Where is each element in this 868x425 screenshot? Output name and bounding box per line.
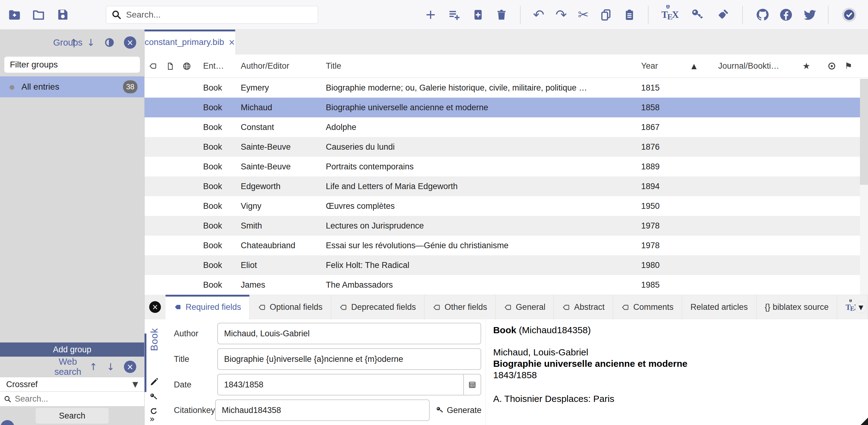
new-entry-plus-icon[interactable] — [425, 9, 437, 21]
tab-related-articles[interactable]: Related articles — [682, 295, 756, 319]
search-icon — [111, 9, 122, 20]
close-groups-icon[interactable]: × — [124, 36, 136, 48]
close-web-search-icon[interactable]: × — [124, 361, 136, 373]
preview-publisher: A. Thoisnier Desplaces: Paris — [493, 393, 868, 404]
jabref-window: { "toolbar": { "search_placeholder": "Se… — [0, 0, 868, 425]
table-row[interactable]: BookVignyŒuvres complètes1950 — [145, 196, 868, 216]
title-field[interactable] — [218, 355, 480, 364]
tab-biblatex-source[interactable]: {} biblatex source — [756, 295, 837, 319]
new-library-icon[interactable] — [8, 8, 21, 21]
cleanup-broom-icon[interactable] — [716, 8, 729, 21]
calendar-icon[interactable] — [463, 374, 480, 395]
groups-empty-area — [0, 97, 144, 342]
search-input[interactable] — [126, 10, 313, 20]
generate-citationkey-icon[interactable] — [691, 8, 704, 21]
entry-preview: Book (Michaud184358) Michaud, Louis-Gabr… — [486, 319, 868, 425]
fetcher-select[interactable]: Crossref ▼ — [0, 377, 144, 392]
field-row-citationkey: Citationkey Generate — [174, 399, 481, 421]
editor-form: Author Title Date — [165, 319, 486, 425]
entry-table-header[interactable]: Ent… Author/Editor Title Year ▲ Journal/… — [145, 55, 868, 78]
push-to-latex-icon[interactable]: TEX — [661, 9, 679, 20]
new-entry-from-list-icon[interactable] — [448, 8, 461, 21]
web-search-title: Web search — [46, 357, 89, 377]
column-entrytype[interactable]: Ent… — [195, 61, 233, 71]
tab-abstract[interactable]: Abstract — [554, 295, 613, 319]
generate-citationkey-button[interactable]: Generate — [436, 405, 482, 415]
priority-flag-icon[interactable]: ⚑ — [844, 62, 860, 70]
check-circle-icon[interactable] — [843, 9, 855, 21]
twitter-icon[interactable] — [803, 8, 817, 22]
github-icon[interactable] — [756, 8, 769, 22]
filter-groups-input[interactable] — [10, 60, 134, 70]
open-library-icon[interactable] — [32, 8, 45, 21]
file-column-icon[interactable] — [162, 62, 179, 70]
table-row[interactable]: BookEliotFelix Holt: The Radical1980 — [145, 255, 868, 275]
tab-overflow-icon[interactable]: ▼ — [855, 301, 867, 313]
undo-icon[interactable]: ↶ — [533, 8, 544, 22]
expand-chevrons-icon[interactable]: » — [150, 415, 155, 423]
url-globe-column-icon[interactable] — [179, 62, 195, 70]
column-title[interactable]: Title — [320, 61, 634, 71]
plug-icon — [665, 4, 671, 10]
tab-deprecated-fields[interactable]: Deprecated fields — [331, 295, 425, 319]
web-search-input[interactable] — [15, 394, 141, 404]
table-row[interactable]: BookEdgeworthLife and Letters of Maria E… — [145, 176, 868, 196]
linked-tag-column-icon[interactable] — [145, 62, 162, 70]
add-group-button[interactable]: Add group — [0, 342, 144, 357]
field-row-author: Author — [174, 323, 481, 344]
table-row[interactable]: BookJamesThe Ambassadors1985 — [145, 275, 868, 295]
entrytype-label: Book — [149, 328, 160, 351]
resize-grip[interactable] — [861, 418, 868, 425]
table-row[interactable]: BookEymeryBiographie moderne; ou, Galeri… — [145, 78, 868, 98]
delete-entry-icon[interactable] — [495, 9, 508, 21]
tab-required-fields[interactable]: Required fields — [165, 295, 250, 319]
table-scrollbar[interactable] — [860, 79, 868, 296]
move-up-icon[interactable]: ↑ — [89, 362, 97, 372]
scrollbar-thumb[interactable] — [860, 79, 868, 185]
table-row[interactable]: BookSmithLectures on Jurisprudence1978 — [145, 216, 868, 236]
copy-icon[interactable] — [600, 9, 612, 21]
table-row[interactable]: BookConstantAdolphe1867 — [145, 117, 868, 137]
ranking-star-icon[interactable]: ★ — [794, 62, 819, 70]
citationkey-field[interactable] — [216, 405, 429, 415]
pencil-icon[interactable] — [150, 377, 159, 387]
intersection-union-icon[interactable] — [104, 37, 115, 48]
close-entry-editor-icon[interactable]: × — [149, 301, 161, 313]
web-search-box[interactable] — [0, 392, 144, 406]
tab-comments[interactable]: Comments — [613, 295, 682, 319]
table-row[interactable]: BookSainte-BeuvePortraits contemporains1… — [145, 157, 868, 176]
web-search-button[interactable]: Search — [35, 408, 109, 424]
paste-icon[interactable] — [623, 9, 636, 21]
table-row[interactable]: BookChateaubriandEssai sur les révolutio… — [145, 236, 868, 255]
close-tab-icon[interactable]: × — [228, 38, 235, 46]
group-color-dot: ● — [9, 84, 14, 90]
tab-optional-fields[interactable]: Optional fields — [250, 295, 331, 319]
library-tab[interactable]: constant_primary.bib × — [145, 30, 235, 55]
group-item-all-entries[interactable]: ● All entries 38 — [0, 76, 144, 97]
column-author[interactable]: Author/Editor — [233, 61, 320, 71]
main-area: Groups ↑ ↓ × ● All entries 38 Add group … — [0, 30, 868, 425]
date-field[interactable] — [218, 380, 463, 390]
table-row[interactable]: BookSainte-BeuveCauseries du lundi1876 — [145, 137, 868, 157]
table-row-selected[interactable]: BookMichaudBiographie universelle ancien… — [145, 98, 868, 117]
save-library-icon[interactable] — [56, 8, 69, 21]
move-up-icon[interactable]: ↑ — [70, 38, 78, 47]
readstatus-eye-icon[interactable] — [819, 62, 844, 70]
move-down-icon[interactable]: ↓ — [87, 38, 95, 47]
cut-icon[interactable]: ✂ — [578, 8, 589, 21]
task-status-ring — [842, 8, 856, 22]
author-field[interactable] — [218, 329, 480, 338]
web-search-header: Web search ↑ ↓ × — [0, 357, 144, 377]
tab-general[interactable]: General — [496, 295, 554, 319]
key-icon[interactable] — [150, 393, 158, 401]
editor-side-strip: Book » — [145, 319, 165, 425]
column-journal[interactable]: Journal/Bookti… — [699, 61, 794, 71]
filter-groups-box[interactable] — [4, 57, 140, 73]
global-search-box[interactable] — [106, 6, 318, 24]
column-year[interactable]: Year ▲ — [634, 61, 699, 71]
new-entry-icon[interactable] — [472, 9, 484, 21]
facebook-icon[interactable] — [779, 8, 793, 22]
move-down-icon[interactable]: ↓ — [107, 362, 115, 372]
redo-icon[interactable]: ↷ — [555, 8, 567, 22]
tab-other-fields[interactable]: Other fields — [425, 295, 496, 319]
